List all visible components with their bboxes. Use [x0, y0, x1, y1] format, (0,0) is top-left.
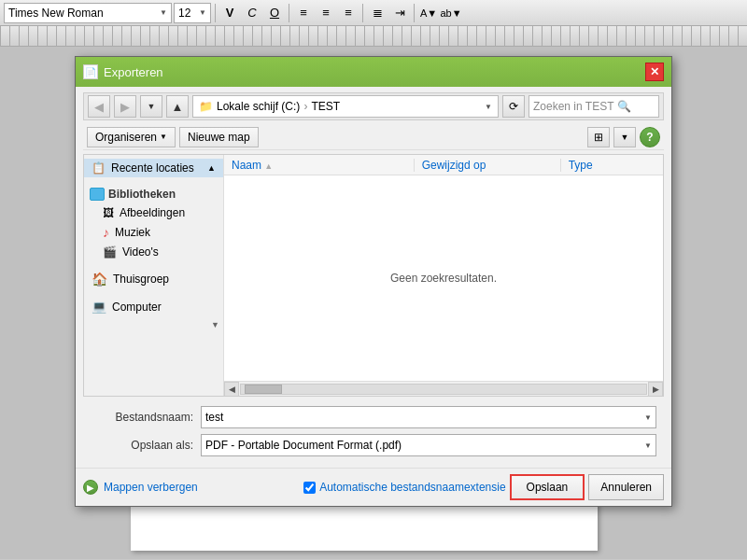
form-area: Bestandsnaam: test ▼ Opslaan als: PDF - … — [83, 400, 664, 462]
dialog-footer: ▶ Mappen verbergen Automatische bestands… — [76, 468, 671, 506]
homegroup-icon: 🏠 — [92, 272, 107, 287]
sidebar: 📋 Recente locaties ▲ Bibliotheken 🖼 Afbe… — [84, 155, 224, 396]
font-name-arrow: ▼ — [160, 8, 167, 17]
scroll-left-button[interactable]: ◀ — [224, 382, 239, 397]
col-type-header[interactable]: Type — [561, 159, 663, 172]
filename-input[interactable]: test ▼ — [201, 406, 656, 428]
toolbar-separator-2 — [289, 4, 289, 22]
nav-forward-button[interactable]: ▶ — [114, 95, 136, 118]
sidebar-item-homegroup[interactable]: 🏠 Thuisgroep — [84, 269, 223, 289]
highlight-button[interactable]: ab▼ — [441, 3, 461, 23]
font-size-label: 12 — [178, 7, 190, 20]
saveas-label: Opslaan als: — [91, 439, 193, 452]
organize-arrow: ▼ — [160, 133, 167, 141]
organize-button[interactable]: Organiseren ▼ — [87, 127, 176, 147]
view-button[interactable]: ⊞ — [587, 127, 610, 147]
sidebar-computer-label: Computer — [112, 301, 162, 314]
navigation-bar: ◀ ▶ ▼ ▲ 📁 Lokale schijf (C:) › TEST ▼ ⟳ … — [83, 92, 664, 120]
ruler — [0, 26, 747, 47]
scroll-right-button[interactable]: ▶ — [648, 382, 663, 397]
dialog-close-button[interactable]: ✕ — [645, 63, 664, 81]
sidebar-item-music[interactable]: ♪ Muziek — [84, 222, 223, 243]
sidebar-libraries-header[interactable]: Bibliotheken — [84, 185, 223, 203]
sidebar-homegroup-label: Thuisgroep — [113, 273, 169, 286]
col-name-header[interactable]: Naam ▲ — [224, 159, 415, 172]
filename-row: Bestandsnaam: test ▼ — [91, 406, 656, 428]
nav-back-button[interactable]: ◀ — [88, 95, 110, 118]
view-dropdown-button[interactable]: ▼ — [613, 127, 636, 147]
dialog-body: ◀ ▶ ▼ ▲ 📁 Lokale schijf (C:) › TEST ▼ ⟳ … — [76, 87, 671, 468]
scroll-track[interactable] — [240, 384, 647, 395]
bold-button[interactable]: V — [219, 3, 240, 23]
nav-folder-icon: 📁 — [199, 100, 213, 113]
font-size-dropdown[interactable]: 12 ▼ — [174, 3, 211, 23]
col-name-label: Naam — [232, 159, 261, 172]
sidebar-scroll-down[interactable]: ▼ — [211, 320, 219, 329]
empty-message: Geen zoekresultaten. — [390, 272, 497, 285]
nav-path-sep: › — [303, 100, 307, 113]
col-modified-header[interactable]: Gewijzigd op — [415, 159, 561, 172]
computer-icon: 💻 — [92, 300, 106, 314]
color-button[interactable]: A▼ — [418, 3, 439, 23]
saveas-dropdown[interactable]: PDF - Portable Document Format (.pdf) ▼ — [201, 434, 656, 456]
auto-ext-checkbox[interactable] — [303, 482, 316, 494]
cancel-button[interactable]: Annuleren — [588, 474, 664, 500]
footer-left: ▶ Mappen verbergen — [83, 480, 198, 495]
sidebar-images-label: Afbeeldingen — [120, 206, 185, 219]
filename-label: Bestandsnaam: — [91, 411, 193, 424]
images-icon: 🖼 — [103, 206, 114, 219]
font-name-label: Times New Roman — [8, 7, 104, 20]
saveas-dropdown-arrow: ▼ — [644, 441, 652, 450]
sidebar-video-label: Video's — [122, 245, 159, 259]
align-center-button[interactable]: ≡ — [316, 3, 336, 23]
sidebar-item-video[interactable]: 🎬 Video's — [84, 243, 223, 261]
save-button[interactable]: Opslaan — [510, 474, 585, 500]
saveas-value: PDF - Portable Document Format (.pdf) — [205, 439, 402, 452]
underline-button[interactable]: O — [264, 3, 285, 23]
footer-right: Automatische bestandsnaamextensie Opslaa… — [303, 474, 664, 500]
filename-value: test — [205, 411, 223, 424]
dialog-title-left: 📄 Exporteren — [83, 64, 163, 79]
nav-dropdown-button[interactable]: ▼ — [140, 95, 162, 118]
video-icon: 🎬 — [103, 245, 117, 259]
font-name-dropdown[interactable]: Times New Roman ▼ — [4, 3, 172, 23]
nav-search-box[interactable]: Zoeken in TEST 🔍 — [529, 95, 659, 118]
nav-path-root: Lokale schijf (C:) — [217, 100, 300, 113]
nav-path[interactable]: 📁 Lokale schijf (C:) › TEST ▼ — [192, 95, 499, 118]
file-list-header: Naam ▲ Gewijzigd op Type — [224, 155, 663, 175]
music-icon: ♪ — [103, 225, 109, 240]
dialog-title-icon: 📄 — [83, 64, 98, 79]
nav-path-arrow: ▼ — [485, 103, 492, 111]
sidebar-item-computer[interactable]: 💻 Computer — [84, 297, 223, 316]
indent-button[interactable]: ⇥ — [389, 3, 410, 23]
italic-button[interactable]: C — [242, 3, 262, 23]
new-folder-button[interactable]: Nieuwe map — [179, 127, 259, 147]
help-button[interactable]: ? — [640, 127, 660, 147]
list-button[interactable]: ≣ — [367, 3, 388, 23]
file-list: Naam ▲ Gewijzigd op Type Geen zoekresult… — [224, 155, 663, 396]
main-area: 📄 Exporteren ✕ ◀ ▶ ▼ ▲ 📁 Lokale schijf (… — [0, 47, 747, 559]
map-icon: ▶ — [83, 480, 98, 495]
export-dialog: 📄 Exporteren ✕ ◀ ▶ ▼ ▲ 📁 Lokale schijf (… — [75, 56, 672, 507]
map-button[interactable]: Mappen verbergen — [104, 481, 198, 494]
sidebar-recent-label: Recente locaties — [111, 161, 194, 175]
sidebar-item-recent[interactable]: 📋 Recente locaties ▲ — [84, 159, 223, 177]
sidebar-item-images[interactable]: 🖼 Afbeeldingen — [84, 203, 223, 222]
view-icon: ⊞ — [594, 131, 603, 144]
align-left-button[interactable]: ≡ — [293, 3, 314, 23]
scroll-thumb[interactable] — [245, 385, 282, 394]
nav-refresh-button[interactable]: ⟳ — [502, 95, 525, 118]
organize-label: Organiseren — [95, 131, 157, 144]
sidebar-libraries-label: Bibliotheken — [108, 188, 176, 201]
sidebar-recent-scroll-up[interactable]: ▲ — [207, 163, 216, 173]
ruler-marks — [0, 26, 747, 46]
auto-ext-checkbox-row: Automatische bestandsnaamextensie — [303, 481, 505, 494]
toolbar-separator-4 — [414, 4, 415, 22]
col-name-sort-arrow: ▲ — [264, 161, 273, 171]
file-list-body: Geen zoekresultaten. — [224, 175, 663, 381]
main-toolbar: Times New Roman ▼ 12 ▼ V C O ≡ ≡ ≡ ≣ ⇥ A… — [0, 0, 747, 26]
align-right-button[interactable]: ≡ — [338, 3, 359, 23]
col-modified-label: Gewijzigd op — [422, 159, 486, 172]
horizontal-scrollbar[interactable]: ◀ ▶ — [224, 381, 663, 396]
nav-up-button[interactable]: ▲ — [166, 95, 189, 118]
